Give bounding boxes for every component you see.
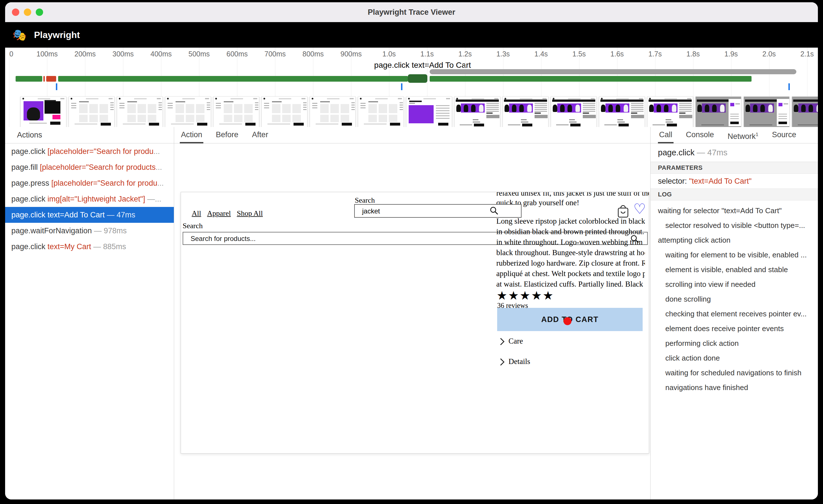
film-thumbnail[interactable] (454, 96, 500, 127)
accordion-care[interactable]: Care (508, 337, 523, 345)
timeline-bar[interactable] (16, 76, 42, 82)
thumb-part (399, 109, 403, 110)
thumb-part (760, 104, 765, 112)
film-thumbnail[interactable] (744, 96, 790, 127)
chevron-right-icon[interactable] (497, 358, 504, 365)
search-icon[interactable] (489, 206, 499, 217)
timeline-tick-label: 1.6s (610, 50, 624, 58)
timeline-bar[interactable] (58, 76, 408, 82)
timeline-tick-label: 600ms (226, 50, 248, 58)
thumb-part (279, 98, 291, 99)
tab-console[interactable]: Console (685, 127, 715, 144)
film-thumbnail[interactable] (68, 96, 115, 127)
thumb-part (159, 102, 162, 103)
thumb-part (234, 115, 242, 122)
thumb-part (327, 98, 339, 99)
timeline-tick-label: 700ms (264, 50, 286, 58)
film-thumbnail[interactable] (20, 96, 66, 127)
search-label-top: Search (355, 196, 375, 205)
thumb-part (216, 107, 221, 108)
heart-icon[interactable]: ♡ (633, 201, 646, 217)
tab-source[interactable]: Source (771, 127, 798, 144)
thumb-part (616, 104, 620, 112)
thumb-part (583, 111, 595, 112)
thumb-part (730, 114, 739, 114)
tab-before[interactable]: Before (215, 127, 239, 144)
film-thumbnail[interactable] (117, 96, 163, 127)
thumb-part (631, 112, 637, 114)
tab-call[interactable]: Call (658, 127, 674, 144)
action-item[interactable]: page.click text=My Cart — 885ms (5, 239, 174, 255)
thumb-part (341, 115, 349, 122)
film-thumbnail[interactable] (358, 96, 404, 127)
thumb-part (255, 104, 259, 105)
film-thumbnail[interactable] (551, 96, 597, 127)
nav-link-all[interactable]: All (192, 209, 201, 218)
thumb-part (302, 98, 305, 99)
film-thumbnail[interactable] (262, 96, 307, 127)
nav-link-apparel[interactable]: Apparel (207, 209, 231, 218)
thumb-part (176, 104, 184, 113)
film-thumbnail[interactable] (792, 96, 818, 127)
timeline-bar[interactable] (46, 76, 56, 82)
action-item[interactable]: page.click text=Add To Cart — 47ms (5, 207, 174, 223)
thumb-part (312, 107, 317, 108)
thumb-part (351, 107, 355, 108)
call-duration: — 47ms (697, 148, 727, 157)
thumb-part (735, 103, 740, 104)
timeline-tick-label: 1.9s (724, 50, 737, 58)
film-thumbnail[interactable] (213, 96, 259, 127)
thumb-part (351, 104, 355, 105)
log-line: done scrolling (651, 292, 818, 306)
chevron-right-icon[interactable] (497, 338, 504, 345)
thumb-part (79, 104, 88, 113)
thumb-part (303, 104, 307, 105)
thumb-part (768, 104, 773, 112)
action-selector: text=Add To Cart (48, 211, 105, 219)
timeline[interactable]: page.click text=Add To Cart 0100ms200ms3… (5, 48, 818, 127)
film-thumbnail[interactable] (599, 96, 645, 127)
thumb-part (560, 104, 564, 112)
actions-title: Actions (5, 131, 42, 140)
accordion-details[interactable]: Details (508, 357, 530, 366)
add-to-cart-button[interactable]: ADD TO CART (497, 308, 643, 331)
film-thumbnail[interactable] (503, 96, 548, 127)
thumb-part (534, 111, 547, 112)
description-line: in white throughout. Logo-woven webbing … (496, 237, 645, 247)
thumb-part (436, 118, 450, 119)
timeline-tick-label: 0 (9, 50, 13, 58)
thumb-part (71, 107, 76, 108)
action-item[interactable]: page.waitForNavigation — 978ms (5, 223, 174, 239)
action-item[interactable]: page.press [placeholder="Search for prod… (5, 175, 174, 191)
film-thumbnail[interactable] (406, 96, 452, 127)
thumb-part (138, 115, 146, 122)
timeline-bar[interactable] (430, 69, 796, 74)
nav-link-shop-all[interactable]: Shop All (237, 209, 263, 218)
thumb-part (794, 104, 798, 112)
thumb-part (159, 107, 162, 108)
thumb-part (292, 104, 301, 113)
tab-action[interactable]: Action (180, 127, 203, 144)
tab-network[interactable]: Network1 (726, 127, 760, 144)
film-thumbnail[interactable] (310, 96, 356, 127)
timeline-tick-label: 1.3s (496, 50, 510, 58)
film-thumbnail[interactable] (647, 96, 693, 127)
film-thumbnail[interactable] (695, 96, 741, 127)
timeline-bar[interactable] (430, 76, 752, 82)
action-item[interactable]: page.click img[alt="Lightweight Jacket"]… (5, 191, 174, 207)
film-thumbnail[interactable] (165, 96, 211, 127)
tab-after[interactable]: After (251, 127, 270, 144)
timeline-bar[interactable] (408, 74, 428, 83)
actions-list: page.click [placeholder="Search for prod… (5, 144, 174, 255)
thumb-part (600, 99, 644, 102)
thumb-part (522, 123, 532, 127)
window-title: Playwright Trace Viewer (5, 2, 818, 22)
timeline-bar[interactable] (43, 76, 45, 82)
thumb-part (672, 104, 676, 112)
action-item[interactable]: page.click [placeholder="Search for prod… (5, 144, 174, 159)
thumb-part (520, 98, 532, 99)
thumb-part (534, 112, 541, 114)
action-item[interactable]: page.fill [placeholder="Search for produ… (5, 159, 174, 175)
titlebar: Playwright Trace Viewer (5, 2, 818, 22)
log-line: waiting for selector "text=Add To Cart" (651, 203, 818, 218)
